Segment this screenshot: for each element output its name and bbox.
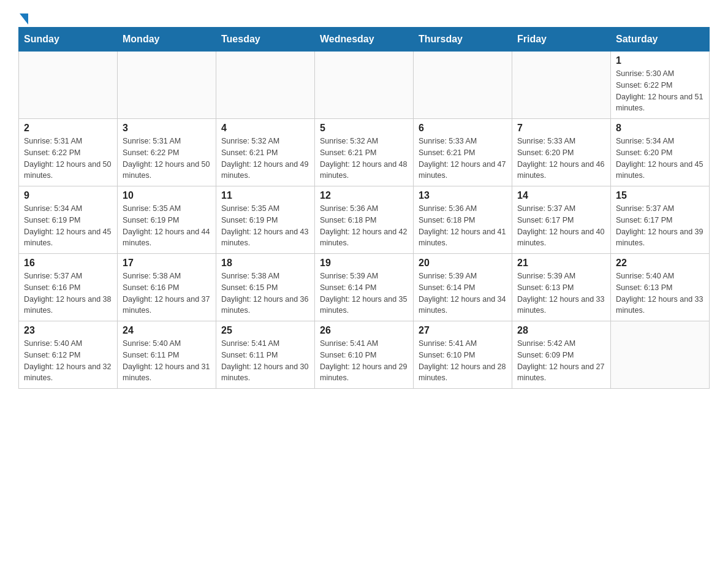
day-info: Sunrise: 5:37 AMSunset: 6:17 PMDaylight:… (616, 203, 704, 249)
day-info: Sunrise: 5:38 AMSunset: 6:15 PMDaylight:… (221, 270, 309, 316)
day-number: 20 (419, 258, 507, 269)
day-number: 1 (616, 55, 704, 66)
calendar-cell: 27Sunrise: 5:41 AMSunset: 6:10 PMDayligh… (414, 321, 512, 389)
day-number: 13 (419, 190, 507, 201)
calendar-cell (315, 52, 414, 119)
calendar-cell: 4Sunrise: 5:32 AMSunset: 6:21 PMDaylight… (216, 119, 315, 186)
day-number: 12 (320, 190, 408, 201)
logo (18, 12, 28, 21)
calendar-cell (118, 52, 216, 119)
calendar-cell (611, 321, 710, 389)
calendar-cell: 23Sunrise: 5:40 AMSunset: 6:12 PMDayligh… (19, 321, 118, 389)
calendar-header-row: SundayMondayTuesdayWednesdayThursdayFrid… (19, 28, 710, 52)
day-info: Sunrise: 5:33 AMSunset: 6:20 PMDaylight:… (517, 136, 605, 182)
day-number: 23 (24, 325, 112, 336)
day-info: Sunrise: 5:40 AMSunset: 6:11 PMDaylight:… (123, 338, 211, 384)
day-number: 4 (221, 123, 309, 134)
day-info: Sunrise: 5:37 AMSunset: 6:16 PMDaylight:… (24, 270, 112, 316)
calendar-cell (512, 52, 611, 119)
day-number: 8 (616, 123, 704, 134)
day-info: Sunrise: 5:37 AMSunset: 6:17 PMDaylight:… (517, 203, 605, 249)
day-number: 17 (123, 258, 211, 269)
calendar-cell: 24Sunrise: 5:40 AMSunset: 6:11 PMDayligh… (118, 321, 216, 389)
day-number: 24 (123, 325, 211, 336)
header-wednesday: Wednesday (315, 28, 414, 52)
day-info: Sunrise: 5:31 AMSunset: 6:22 PMDaylight:… (123, 136, 211, 182)
calendar-cell: 2Sunrise: 5:31 AMSunset: 6:22 PMDaylight… (19, 119, 118, 186)
header-tuesday: Tuesday (216, 28, 315, 52)
day-number: 21 (517, 258, 605, 269)
day-info: Sunrise: 5:36 AMSunset: 6:18 PMDaylight:… (320, 203, 408, 249)
calendar-cell: 15Sunrise: 5:37 AMSunset: 6:17 PMDayligh… (611, 186, 710, 254)
day-info: Sunrise: 5:39 AMSunset: 6:14 PMDaylight:… (320, 270, 408, 316)
day-info: Sunrise: 5:35 AMSunset: 6:19 PMDaylight:… (221, 203, 309, 249)
day-number: 2 (24, 123, 112, 134)
calendar-cell: 25Sunrise: 5:41 AMSunset: 6:11 PMDayligh… (216, 321, 315, 389)
day-info: Sunrise: 5:34 AMSunset: 6:20 PMDaylight:… (616, 136, 704, 182)
calendar-week-4: 16Sunrise: 5:37 AMSunset: 6:16 PMDayligh… (19, 254, 710, 321)
day-number: 25 (221, 325, 309, 336)
calendar-cell: 13Sunrise: 5:36 AMSunset: 6:18 PMDayligh… (414, 186, 512, 254)
day-info: Sunrise: 5:39 AMSunset: 6:14 PMDaylight:… (419, 270, 507, 316)
calendar-cell: 12Sunrise: 5:36 AMSunset: 6:18 PMDayligh… (315, 186, 414, 254)
calendar-cell: 3Sunrise: 5:31 AMSunset: 6:22 PMDaylight… (118, 119, 216, 186)
calendar-cell: 8Sunrise: 5:34 AMSunset: 6:20 PMDaylight… (611, 119, 710, 186)
day-number: 18 (221, 258, 309, 269)
calendar-cell: 11Sunrise: 5:35 AMSunset: 6:19 PMDayligh… (216, 186, 315, 254)
day-info: Sunrise: 5:31 AMSunset: 6:22 PMDaylight:… (24, 136, 112, 182)
day-info: Sunrise: 5:30 AMSunset: 6:22 PMDaylight:… (616, 68, 704, 114)
calendar-cell: 14Sunrise: 5:37 AMSunset: 6:17 PMDayligh… (512, 186, 611, 254)
calendar-cell: 19Sunrise: 5:39 AMSunset: 6:14 PMDayligh… (315, 254, 414, 321)
logo-arrow-icon (20, 13, 28, 25)
day-number: 16 (24, 258, 112, 269)
calendar-cell: 10Sunrise: 5:35 AMSunset: 6:19 PMDayligh… (118, 186, 216, 254)
calendar-cell: 5Sunrise: 5:32 AMSunset: 6:21 PMDaylight… (315, 119, 414, 186)
day-info: Sunrise: 5:39 AMSunset: 6:13 PMDaylight:… (517, 270, 605, 316)
calendar-week-2: 2Sunrise: 5:31 AMSunset: 6:22 PMDaylight… (19, 119, 710, 186)
header-friday: Friday (512, 28, 611, 52)
day-number: 6 (419, 123, 507, 134)
header-saturday: Saturday (611, 28, 710, 52)
calendar-cell: 22Sunrise: 5:40 AMSunset: 6:13 PMDayligh… (611, 254, 710, 321)
header-monday: Monday (118, 28, 216, 52)
calendar-cell: 17Sunrise: 5:38 AMSunset: 6:16 PMDayligh… (118, 254, 216, 321)
calendar-cell: 9Sunrise: 5:34 AMSunset: 6:19 PMDaylight… (19, 186, 118, 254)
header-thursday: Thursday (414, 28, 512, 52)
day-number: 15 (616, 190, 704, 201)
day-info: Sunrise: 5:40 AMSunset: 6:13 PMDaylight:… (616, 270, 704, 316)
calendar-table: SundayMondayTuesdayWednesdayThursdayFrid… (18, 27, 710, 389)
calendar-cell (19, 52, 118, 119)
day-info: Sunrise: 5:36 AMSunset: 6:18 PMDaylight:… (419, 203, 507, 249)
day-number: 22 (616, 258, 704, 269)
calendar-cell: 7Sunrise: 5:33 AMSunset: 6:20 PMDaylight… (512, 119, 611, 186)
day-number: 27 (419, 325, 507, 336)
day-number: 14 (517, 190, 605, 201)
calendar-cell (414, 52, 512, 119)
day-info: Sunrise: 5:40 AMSunset: 6:12 PMDaylight:… (24, 338, 112, 384)
calendar-week-3: 9Sunrise: 5:34 AMSunset: 6:19 PMDaylight… (19, 186, 710, 254)
calendar-cell: 16Sunrise: 5:37 AMSunset: 6:16 PMDayligh… (19, 254, 118, 321)
day-info: Sunrise: 5:41 AMSunset: 6:10 PMDaylight:… (419, 338, 507, 384)
calendar-week-1: 1Sunrise: 5:30 AMSunset: 6:22 PMDaylight… (19, 52, 710, 119)
calendar-cell: 26Sunrise: 5:41 AMSunset: 6:10 PMDayligh… (315, 321, 414, 389)
day-info: Sunrise: 5:38 AMSunset: 6:16 PMDaylight:… (123, 270, 211, 316)
day-number: 3 (123, 123, 211, 134)
day-number: 11 (221, 190, 309, 201)
page-header (18, 12, 710, 21)
calendar-cell: 18Sunrise: 5:38 AMSunset: 6:15 PMDayligh… (216, 254, 315, 321)
day-info: Sunrise: 5:32 AMSunset: 6:21 PMDaylight:… (320, 136, 408, 182)
day-info: Sunrise: 5:42 AMSunset: 6:09 PMDaylight:… (517, 338, 605, 384)
calendar-cell: 21Sunrise: 5:39 AMSunset: 6:13 PMDayligh… (512, 254, 611, 321)
day-number: 10 (123, 190, 211, 201)
calendar-cell: 6Sunrise: 5:33 AMSunset: 6:21 PMDaylight… (414, 119, 512, 186)
header-sunday: Sunday (19, 28, 118, 52)
calendar-cell: 20Sunrise: 5:39 AMSunset: 6:14 PMDayligh… (414, 254, 512, 321)
day-info: Sunrise: 5:32 AMSunset: 6:21 PMDaylight:… (221, 136, 309, 182)
day-number: 28 (517, 325, 605, 336)
calendar-week-5: 23Sunrise: 5:40 AMSunset: 6:12 PMDayligh… (19, 321, 710, 389)
day-info: Sunrise: 5:41 AMSunset: 6:11 PMDaylight:… (221, 338, 309, 384)
day-number: 9 (24, 190, 112, 201)
day-info: Sunrise: 5:41 AMSunset: 6:10 PMDaylight:… (320, 338, 408, 384)
calendar-cell: 1Sunrise: 5:30 AMSunset: 6:22 PMDaylight… (611, 52, 710, 119)
calendar-cell: 28Sunrise: 5:42 AMSunset: 6:09 PMDayligh… (512, 321, 611, 389)
